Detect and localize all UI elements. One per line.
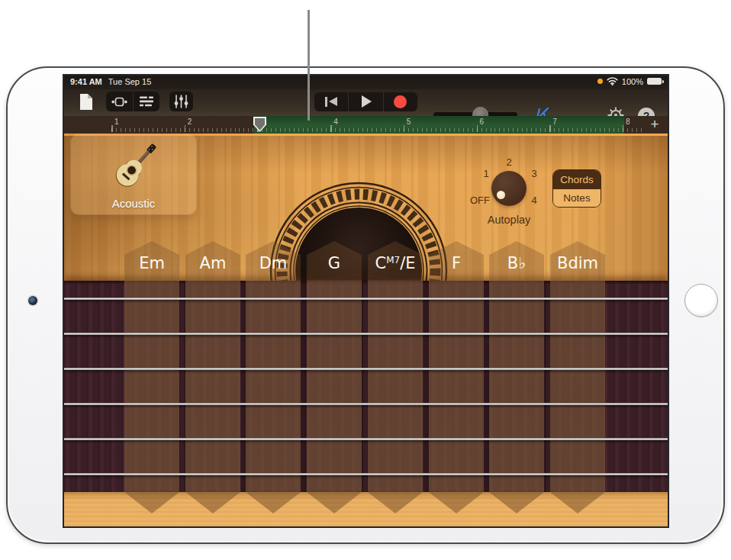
callout-line xyxy=(308,10,310,121)
garageband-screen: 9:41 AM Tue Sep 15 100% xyxy=(64,76,668,526)
battery-percent: 100% xyxy=(622,77,643,86)
chord-label-bdim: Bdim xyxy=(550,254,605,272)
instrument-card[interactable]: Acoustic xyxy=(71,134,196,214)
autoplay-position-3[interactable]: 3 xyxy=(531,168,536,179)
chords-mode-button[interactable]: Chords xyxy=(553,170,601,188)
chord-label-dm: Dm xyxy=(246,254,301,272)
instrument-name: Acoustic xyxy=(71,197,196,210)
battery-icon xyxy=(647,78,662,85)
record-button[interactable] xyxy=(383,92,417,111)
timeline-ruler[interactable]: 12345678 + xyxy=(64,116,668,134)
clock: 9:41 AM xyxy=(70,77,102,86)
rewind-button[interactable] xyxy=(314,92,348,111)
status-bar: 9:41 AM Tue Sep 15 100% xyxy=(64,76,668,89)
chord-label-b: B♭ xyxy=(489,254,544,272)
chord-label-ce: CM7/E xyxy=(368,254,423,272)
autoplay-knob[interactable] xyxy=(491,171,527,206)
figure-canvas: 9:41 AM Tue Sep 15 100% xyxy=(0,0,731,560)
guitar-string-6[interactable] xyxy=(64,473,668,475)
autoplay-title: Autoplay xyxy=(488,214,530,226)
ruler-bar-number-4: 4 xyxy=(333,117,338,126)
ruler-bar-ticks xyxy=(111,125,644,132)
mixer-icon xyxy=(174,95,188,108)
autoplay-position-4[interactable]: 4 xyxy=(531,195,536,206)
autoplay-position-off[interactable]: OFF xyxy=(470,195,490,206)
ruler-bar-number-6: 6 xyxy=(480,117,485,126)
toolbar: ? xyxy=(64,89,668,116)
wifi-icon xyxy=(607,77,618,85)
chord-label-em: Em xyxy=(124,254,179,272)
record-icon xyxy=(394,95,407,108)
chord-label-f: F xyxy=(429,254,484,272)
tracks-view-button[interactable] xyxy=(133,92,159,111)
add-section-button[interactable]: + xyxy=(646,116,663,134)
mixer-button[interactable] xyxy=(169,92,193,111)
instrument-view-button[interactable] xyxy=(106,92,133,111)
mic-in-use-indicator xyxy=(597,79,603,84)
ruler-bar-number-2: 2 xyxy=(188,117,192,126)
chords-notes-toggle: Chords Notes xyxy=(552,169,601,208)
my-songs-button[interactable] xyxy=(76,91,97,112)
guitar-string-4[interactable] xyxy=(64,403,668,405)
instrument-view-icon xyxy=(111,97,127,107)
play-button[interactable] xyxy=(348,92,382,111)
document-icon xyxy=(79,93,93,111)
tracks-view-icon xyxy=(140,96,153,107)
date: Tue Sep 15 xyxy=(108,77,151,86)
guitar-string-1[interactable] xyxy=(64,298,668,300)
autoplay-position-2[interactable]: 2 xyxy=(506,156,511,168)
notes-mode-button[interactable]: Notes xyxy=(553,188,601,207)
ruler-bar-number-8: 8 xyxy=(626,117,630,126)
guitar-string-3[interactable] xyxy=(64,368,668,370)
home-button[interactable] xyxy=(684,284,718,317)
guitar-string-2[interactable] xyxy=(64,333,668,335)
chord-label-g: G xyxy=(307,254,362,272)
play-icon xyxy=(362,95,372,108)
guitar-string-5[interactable] xyxy=(64,438,668,440)
acoustic-guitar-icon xyxy=(107,136,160,201)
view-toggle-group xyxy=(106,92,159,111)
ruler-bar-number-5: 5 xyxy=(407,117,411,126)
ruler-bar-number-1: 1 xyxy=(114,117,119,126)
rewind-icon xyxy=(325,97,337,107)
guitar-body: Acoustic OFF 1 2 3 4 Autoplay Chords Not… xyxy=(64,134,668,526)
knob-indicator-dot xyxy=(497,191,505,199)
ruler-bar-number-7: 7 xyxy=(552,117,557,126)
transport-controls xyxy=(314,92,417,111)
autoplay-position-1[interactable]: 1 xyxy=(483,168,488,179)
front-camera xyxy=(28,296,37,305)
chord-label-am: Am xyxy=(185,254,240,272)
